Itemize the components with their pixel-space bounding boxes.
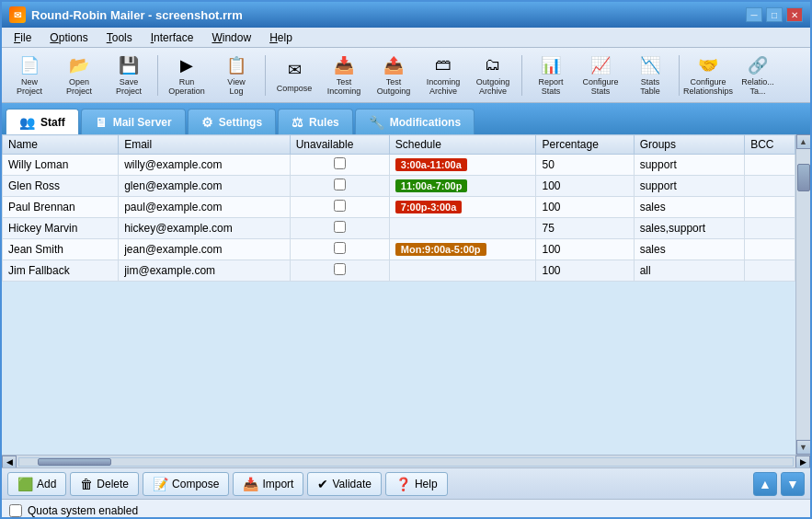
- up-arrow-button[interactable]: ▲: [753, 472, 777, 496]
- close-button[interactable]: ✕: [786, 7, 803, 22]
- compose-action-button[interactable]: 📝 Compose: [143, 472, 229, 496]
- cell-bcc: [745, 218, 795, 239]
- maximize-button[interactable]: □: [766, 7, 783, 22]
- unavailable-checkbox[interactable]: [334, 263, 346, 275]
- rules-tab-icon: ⚖: [292, 115, 303, 130]
- validate-label: Validate: [332, 478, 371, 490]
- import-label: Import: [262, 478, 293, 490]
- scroll-left-button[interactable]: ◀: [2, 456, 17, 468]
- import-button[interactable]: 📥 Import: [233, 472, 303, 496]
- tab-mail-server[interactable]: 🖥 Mail Server: [81, 109, 186, 134]
- cell-groups: sales: [634, 239, 745, 260]
- status-bar: Quota system enabled: [2, 499, 810, 519]
- settings-tab-label: Settings: [219, 116, 262, 129]
- table-row[interactable]: Willy Lomanwilly@example.com3:00a-11:00a…: [3, 155, 795, 176]
- quota-checkbox[interactable]: [9, 504, 22, 517]
- down-arrow-button[interactable]: ▼: [781, 472, 805, 496]
- test-outgoing-button[interactable]: 📤 TestOutgoing: [370, 52, 417, 99]
- cell-percentage: 100: [536, 239, 634, 260]
- scroll-down-button[interactable]: ▼: [796, 440, 811, 455]
- compose-button[interactable]: ✉ Compose: [270, 52, 318, 99]
- scroll-up-button[interactable]: ▲: [796, 134, 811, 149]
- window-title: Round-Robin Mailer - screenshot.rrm: [31, 8, 243, 22]
- help-button[interactable]: ❓ Help: [385, 472, 448, 496]
- run-operation-button[interactable]: ▶ RunOperation: [163, 52, 211, 99]
- table-row[interactable]: Jim Fallbackjim@example.com100all: [3, 260, 795, 282]
- minimize-button[interactable]: ─: [746, 7, 762, 22]
- run-operation-icon: ▶: [174, 54, 200, 76]
- tab-staff[interactable]: 👥 Staff: [6, 109, 79, 134]
- cell-email: jim@example.com: [119, 260, 290, 282]
- scroll-thumb[interactable]: [797, 164, 810, 191]
- tab-modifications[interactable]: 🔧 Modifications: [355, 109, 475, 134]
- cell-bcc: [745, 239, 795, 260]
- menu-interface[interactable]: Interface: [143, 29, 202, 47]
- test-outgoing-icon: 📤: [381, 54, 406, 76]
- compose-action-label: Compose: [172, 478, 219, 490]
- view-log-button[interactable]: 📋 ViewLog: [212, 52, 260, 99]
- table-row[interactable]: Glen Rossglen@example.com11:00a-7:00p100…: [3, 176, 795, 197]
- stats-table-button[interactable]: 📉 StatsTable: [626, 52, 674, 99]
- menu-window[interactable]: Window: [203, 29, 259, 47]
- h-scroll-thumb[interactable]: [38, 458, 111, 466]
- incoming-archive-button[interactable]: 🗃 IncomingArchive: [419, 52, 467, 99]
- outgoing-archive-button[interactable]: 🗂 OutgoingArchive: [469, 52, 517, 99]
- cell-bcc: [745, 260, 795, 282]
- unavailable-checkbox[interactable]: [334, 242, 346, 254]
- delete-button[interactable]: 🗑 Delete: [70, 472, 139, 496]
- test-incoming-button[interactable]: 📥 TestIncoming: [320, 52, 368, 99]
- modifications-tab-label: Modifications: [390, 116, 461, 129]
- cell-unavailable[interactable]: [290, 218, 389, 239]
- menu-tools[interactable]: Tools: [98, 29, 141, 47]
- add-button[interactable]: 🟩 Add: [7, 472, 66, 496]
- cell-unavailable[interactable]: [290, 176, 389, 197]
- open-project-button[interactable]: 📂 OpenProject: [55, 52, 103, 99]
- unavailable-checkbox[interactable]: [334, 200, 346, 212]
- relatio-ta-button[interactable]: 🔗 Relatio...Ta...: [734, 52, 782, 99]
- table-row[interactable]: Jean Smithjean@example.comMon:9:00a-5:00…: [3, 239, 795, 260]
- col-email: Email: [119, 135, 290, 155]
- vertical-scrollbar[interactable]: ▲ ▼: [795, 134, 810, 455]
- cell-name: Willy Loman: [3, 155, 119, 176]
- table-row[interactable]: Hickey Marvinhickey@example.com75sales,s…: [3, 218, 795, 239]
- cell-schedule: [389, 260, 536, 282]
- cell-unavailable[interactable]: [290, 155, 389, 176]
- configure-stats-button[interactable]: 📈 ConfigureStats: [577, 52, 624, 99]
- cell-name: Paul Brennan: [3, 197, 119, 218]
- unavailable-checkbox[interactable]: [334, 157, 346, 169]
- validate-button[interactable]: ✔ Validate: [307, 472, 381, 496]
- new-project-button[interactable]: 📄 NewProject: [6, 52, 53, 99]
- help-icon: ❓: [395, 477, 411, 491]
- report-stats-button[interactable]: 📊 ReportStats: [527, 52, 575, 99]
- tab-settings[interactable]: ⚙ Settings: [188, 109, 276, 134]
- menu-bar: File Options Tools Interface Window Help: [2, 28, 810, 48]
- cell-unavailable[interactable]: [290, 260, 389, 282]
- menu-help[interactable]: Help: [261, 29, 301, 47]
- action-bar: 🟩 Add 🗑 Delete 📝 Compose 📥 Import ✔ Vali…: [2, 467, 810, 499]
- menu-file[interactable]: File: [6, 29, 40, 47]
- cell-unavailable[interactable]: [290, 197, 389, 218]
- cell-email: paul@example.com: [119, 197, 290, 218]
- quota-label: Quota system enabled: [28, 504, 138, 517]
- menu-options[interactable]: Options: [41, 29, 96, 47]
- staff-table: Name Email Unavailable Schedule Percenta…: [2, 134, 795, 282]
- toolbar: 📄 NewProject 📂 OpenProject 💾 SaveProject…: [2, 48, 810, 103]
- unavailable-checkbox[interactable]: [334, 221, 346, 233]
- cell-email: willy@example.com: [119, 155, 290, 176]
- table-row[interactable]: Paul Brennanpaul@example.com7:00p-3:00a1…: [3, 197, 795, 218]
- relatio-ta-label: Relatio...Ta...: [741, 78, 774, 97]
- cell-schedule: Mon:9:00a-5:00p: [389, 239, 536, 260]
- cell-unavailable[interactable]: [290, 239, 389, 260]
- outgoing-archive-icon: 🗂: [480, 54, 506, 76]
- configure-relationships-button[interactable]: 🤝 ConfigureRelationships: [684, 52, 732, 99]
- table-scroll[interactable]: Name Email Unavailable Schedule Percenta…: [2, 134, 795, 341]
- tab-rules[interactable]: ⚖ Rules: [278, 109, 353, 134]
- unavailable-checkbox[interactable]: [334, 179, 346, 190]
- scroll-right-button[interactable]: ▶: [795, 456, 810, 468]
- save-project-button[interactable]: 💾 SaveProject: [105, 52, 153, 99]
- horizontal-scrollbar[interactable]: ◀ ▶: [2, 455, 810, 467]
- add-icon: 🟩: [17, 477, 33, 491]
- report-stats-label: ReportStats: [538, 78, 563, 97]
- delete-label: Delete: [97, 478, 129, 490]
- table-area: Name Email Unavailable Schedule Percenta…: [2, 134, 810, 455]
